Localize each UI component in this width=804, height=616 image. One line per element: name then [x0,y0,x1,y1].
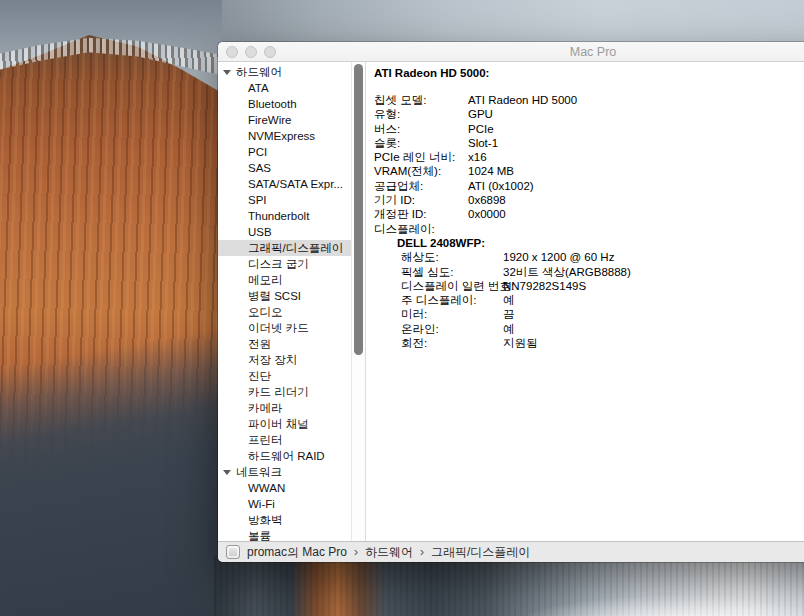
sidebar-item-label: 이더넷 카드 [248,321,309,336]
spec-row: 주 디스플레이:예 [374,293,804,307]
sidebar-item-label: SPI [248,194,267,206]
spec-row: 디스플레이 일련 번호:NN79282S149S [374,279,804,293]
desktop: Mac Pro 하드웨어 ATA Bluetooth FireWire NVME… [0,0,804,616]
spec-label: 미러: [401,307,503,321]
sidebar-item-wifi[interactable]: Wi-Fi [218,496,351,512]
spec-label: 픽셀 심도: [401,265,503,279]
sidebar-item-camera[interactable]: 카메라 [218,400,351,416]
sidebar-item-power[interactable]: 전원 [218,336,351,352]
sidebar-item-memory[interactable]: 메모리 [218,272,351,288]
sidebar-item-firewall[interactable]: 방화벽 [218,512,351,528]
sidebar-item-label: 프린터 [248,433,283,448]
spec-label: 디스플레이: [374,222,468,236]
sidebar-item-label: 병렬 SCSI [248,289,301,304]
system-information-window: Mac Pro 하드웨어 ATA Bluetooth FireWire NVME… [218,42,804,562]
spec-label: 슬롯: [374,136,468,150]
spec-row: 픽셀 심도:32비트 색상(ARGB8888) [374,265,804,279]
close-button[interactable] [226,46,238,58]
spec-row: 개정판 ID:0x0000 [374,207,804,221]
sidebar-group-network[interactable]: 네트워크 [218,464,351,480]
sidebar-item-thunderbolt[interactable]: Thunderbolt [218,208,351,224]
sidebar-item-diagnostics[interactable]: 진단 [218,368,351,384]
spec-label: 개정판 ID: [374,207,468,221]
spec-value: 0x6898 [468,193,506,207]
sidebar-item-label: 메모리 [248,273,283,288]
sidebar-item-usb[interactable]: USB [218,224,351,240]
breadcrumb-graphics-displays: 그래픽/디스플레이 [431,544,530,561]
sidebar-item-label: 전원 [248,337,271,352]
sidebar-item-label: 저장 장치 [248,353,297,368]
sidebar-item-label: 방화벽 [248,513,283,528]
sidebar-item-sata[interactable]: SATA/SATA Expr... [218,176,351,192]
window-title: Mac Pro [218,42,804,62]
displays-section-label: 디스플레이: [374,222,804,236]
spec-label: 디스플레이 일련 번호: [401,279,503,293]
spec-label: 기기 ID: [374,193,468,207]
scrollbar-thumb[interactable] [354,64,363,355]
sidebar-item-spi[interactable]: SPI [218,192,351,208]
spec-label: 버스: [374,122,468,136]
wallpaper-shadow [0,0,222,616]
zoom-button[interactable] [264,46,276,58]
spec-value: ATI (0x1002) [468,179,534,193]
sidebar-item-ata[interactable]: ATA [218,80,351,96]
minimize-button[interactable] [245,46,257,58]
sidebar-scrollbar[interactable] [351,62,366,541]
spec-row: 칩셋 모델:ATI Radeon HD 5000 [374,93,804,107]
wallpaper-cliff [0,0,222,616]
sidebar-item-label: PCI [248,146,267,158]
sidebar-item-parallel-scsi[interactable]: 병렬 SCSI [218,288,351,304]
sidebar-item-bluetooth[interactable]: Bluetooth [218,96,351,112]
spec-row: 버스:PCIe [374,122,804,136]
sidebar-item-sas[interactable]: SAS [218,160,351,176]
spec-row: 기기 ID:0x6898 [374,193,804,207]
gpu-heading: ATI Radeon HD 5000: [374,66,804,80]
spec-value: Slot-1 [468,136,498,150]
spec-value: 0x0000 [468,207,506,221]
sidebar-item-label: Wi-Fi [248,498,275,510]
sidebar-item-firewire[interactable]: FireWire [218,112,351,128]
sidebar-item-card-reader[interactable]: 카드 리더기 [218,384,351,400]
breadcrumb-hardware: 하드웨어 [365,544,413,561]
sidebar-item-graphics-displays[interactable]: 그래픽/디스플레이 [218,240,351,256]
spec-label: 칩셋 모델: [374,93,468,107]
status-bar: promac의 Mac Pro › 하드웨어 › 그래픽/디스플레이 [218,541,804,562]
spec-label: 해상도: [401,250,503,264]
sidebar-item-ethernet-cards[interactable]: 이더넷 카드 [218,320,351,336]
sidebar-item-label: USB [248,226,272,238]
sidebar-item-volumes[interactable]: 볼륨 [218,528,351,541]
spec-row: PCIe 레인 너비:x16 [374,150,804,164]
spec-value: x16 [468,150,487,164]
disclosure-triangle-icon[interactable] [223,70,231,75]
sidebar-item-label: 그래픽/디스플레이 [248,241,343,256]
sidebar-group-hardware[interactable]: 하드웨어 [218,64,351,80]
sidebar-item-storage[interactable]: 저장 장치 [218,352,351,368]
window-titlebar[interactable]: Mac Pro [218,42,804,62]
sidebar-item-label: 진단 [248,369,271,384]
sidebar-item-label: 하드웨어 RAID [248,449,325,464]
spec-row: 공급업체:ATI (0x1002) [374,179,804,193]
spec-label: PCIe 레인 너비: [374,150,468,164]
spec-label: 공급업체: [374,179,468,193]
sidebar-item-printers[interactable]: 프린터 [218,432,351,448]
sidebar-item-disc-burning[interactable]: 디스크 굽기 [218,256,351,272]
sidebar-item-nvmexpress[interactable]: NVMExpress [218,128,351,144]
wallpaper-valley [214,556,804,616]
breadcrumb-separator: › [420,545,424,559]
sidebar-item-pci[interactable]: PCI [218,144,351,160]
sidebar-item-wwan[interactable]: WWAN [218,480,351,496]
sidebar-item-audio[interactable]: 오디오 [218,304,351,320]
disclosure-triangle-icon[interactable] [223,470,231,475]
spec-value: ATI Radeon HD 5000 [468,93,577,107]
sidebar-item-label: FireWire [248,114,291,126]
traffic-lights [226,46,276,58]
sidebar-group-label: 하드웨어 [236,65,282,80]
sidebar-item-label: 카메라 [248,401,283,416]
spec-row: 온라인:예 [374,322,804,336]
sidebar-item-label: 파이버 채널 [248,417,309,432]
sidebar-item-label: Thunderbolt [248,210,309,222]
breadcrumb-separator: › [354,545,358,559]
sidebar-item-fibre-channel[interactable]: 파이버 채널 [218,416,351,432]
sidebar-item-hardware-raid[interactable]: 하드웨어 RAID [218,448,351,464]
sidebar-item-label: Bluetooth [248,98,297,110]
